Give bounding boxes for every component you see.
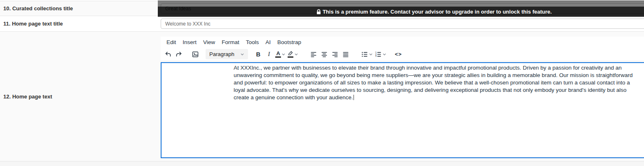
svg-text:3: 3 — [375, 55, 377, 57]
row-home-page-text: 12. Home page text Edit Insert View Form… — [0, 32, 644, 161]
menu-tools[interactable]: Tools — [243, 38, 262, 47]
field-label: 11. Home page text title — [3, 21, 63, 27]
align-right-icon — [331, 51, 339, 58]
field-label: 10. Curated collections title — [3, 5, 73, 12]
chevron-down-icon[interactable] — [281, 52, 286, 56]
redo-icon — [175, 51, 183, 58]
label-cell: 10. Curated collections title — [0, 1, 158, 16]
menu-view[interactable]: View — [200, 38, 218, 47]
align-right-button[interactable] — [330, 49, 340, 60]
justify-button[interactable] — [340, 49, 351, 60]
premium-message-bar: This is a premium feature. Contact your … — [158, 7, 644, 17]
page-bottom-strip — [0, 161, 644, 166]
menu-format[interactable]: Format — [218, 38, 243, 47]
label-cell: 11. Home page text title — [0, 16, 158, 31]
image-icon — [192, 51, 199, 58]
home-page-text-paragraph: At XXXInc., we partner with businesses t… — [234, 64, 638, 101]
editor-content-area[interactable]: At XXXInc., we partner with businesses t… — [161, 62, 644, 158]
format-select-value: Paragraph — [209, 51, 234, 57]
field-cell: Edit Insert View Format Tools AI Bootstr… — [158, 32, 644, 161]
editor-menubar: Edit Insert View Format Tools AI Bootstr… — [161, 37, 644, 47]
row-curated-collections-title: 10. Curated collections title This is a … — [0, 1, 644, 16]
chevron-down-icon[interactable] — [369, 52, 373, 56]
field-cell — [158, 16, 644, 31]
insert-image-button[interactable] — [190, 49, 201, 60]
align-left-button[interactable] — [308, 49, 319, 60]
menu-edit[interactable]: Edit — [163, 38, 179, 47]
code-icon: <> — [395, 51, 402, 57]
bold-icon: B — [256, 51, 260, 58]
lock-icon — [316, 9, 321, 15]
bullet-list-button[interactable] — [360, 49, 374, 60]
source-code-button[interactable]: <> — [393, 49, 404, 60]
highlight-icon — [288, 51, 294, 58]
premium-lock-overlay: This is a premium feature. Contact your … — [158, 0, 644, 16]
numbered-list-icon: 1 2 3 — [375, 51, 382, 58]
rich-text-editor: Edit Insert View Format Tools AI Bootstr… — [161, 37, 644, 158]
highlight-color-button[interactable] — [287, 49, 299, 60]
chevron-down-icon[interactable] — [294, 52, 298, 56]
chevron-down-icon — [240, 52, 244, 56]
field-cell: This is a premium feature. Contact your … — [158, 1, 644, 16]
align-left-icon — [310, 51, 317, 58]
text-color-icon: A — [275, 51, 281, 58]
bullet-list-icon — [361, 51, 368, 58]
menu-bootstrap[interactable]: Bootstrap — [274, 38, 304, 47]
justify-icon — [342, 51, 349, 58]
italic-button[interactable]: I — [264, 49, 274, 60]
text-color-button[interactable]: A — [274, 49, 287, 60]
chevron-down-icon[interactable] — [382, 52, 386, 56]
premium-message: This is a premium feature. Contact your … — [323, 9, 552, 15]
align-center-button[interactable] — [319, 49, 330, 60]
settings-form: 10. Curated collections title This is a … — [0, 1, 644, 161]
editor-toolbar: Paragraph B I A — [161, 47, 644, 61]
row-home-page-text-title: 11. Home page text title — [0, 16, 644, 32]
undo-button[interactable] — [163, 49, 173, 60]
align-center-icon — [321, 51, 328, 58]
italic-icon: I — [268, 51, 270, 58]
bold-button[interactable]: B — [253, 49, 264, 60]
numbered-list-button[interactable]: 1 2 3 — [374, 49, 387, 60]
menu-insert[interactable]: Insert — [179, 38, 200, 47]
home-page-text-title-input[interactable] — [161, 19, 644, 29]
menu-ai[interactable]: AI — [262, 38, 274, 47]
label-cell: 12. Home page text — [0, 32, 158, 161]
redo-button[interactable] — [173, 49, 184, 60]
undo-icon — [164, 51, 172, 58]
paragraph-format-select[interactable]: Paragraph — [206, 49, 248, 59]
text-caret — [354, 95, 354, 100]
field-label: 12. Home page text — [3, 94, 52, 100]
